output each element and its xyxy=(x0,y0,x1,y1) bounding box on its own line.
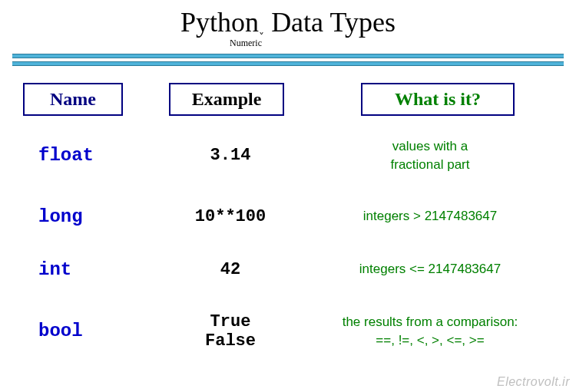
caret-down-icon: ˅ xyxy=(259,31,264,44)
type-name: bool xyxy=(23,321,154,341)
type-example: 10**100 xyxy=(154,207,307,226)
divider-group xyxy=(12,54,564,66)
table-row: long 10**100 integers > 2147483647 xyxy=(23,206,561,227)
table-header-row: Name Example What is it? xyxy=(23,83,561,116)
type-description: the results from a comparison: ==, !=, <… xyxy=(307,313,561,350)
table-row: int 42 integers <= 2147483647 xyxy=(23,259,561,280)
type-description: integers <= 2147483647 xyxy=(307,260,561,278)
header-what: What is it? xyxy=(361,83,515,116)
table-row: float 3.14 values with a fractional part xyxy=(23,137,561,174)
type-example: True False xyxy=(154,312,307,351)
data-table: Name Example What is it? float 3.14 valu… xyxy=(23,83,561,351)
header-name: Name xyxy=(23,83,123,116)
divider-line xyxy=(12,61,564,66)
type-example: 42 xyxy=(154,260,307,279)
header-example: Example xyxy=(169,83,284,116)
page-title: Python˅ Data Types xyxy=(180,6,396,41)
title-right: Data Types xyxy=(264,7,396,38)
type-name: float xyxy=(23,145,154,166)
type-description: values with a fractional part xyxy=(307,137,561,174)
divider-line xyxy=(12,54,564,58)
type-name: long xyxy=(23,206,154,227)
title-wrap: Python˅ Data Types Numeric xyxy=(0,0,576,49)
type-name: int xyxy=(23,259,154,280)
type-example: 3.14 xyxy=(154,146,307,165)
type-description: integers > 2147483647 xyxy=(307,207,561,226)
table-row: bool True False the results from a compa… xyxy=(23,312,561,351)
title-left: Python xyxy=(180,7,259,38)
watermark: Electrovolt.ir xyxy=(497,375,570,389)
